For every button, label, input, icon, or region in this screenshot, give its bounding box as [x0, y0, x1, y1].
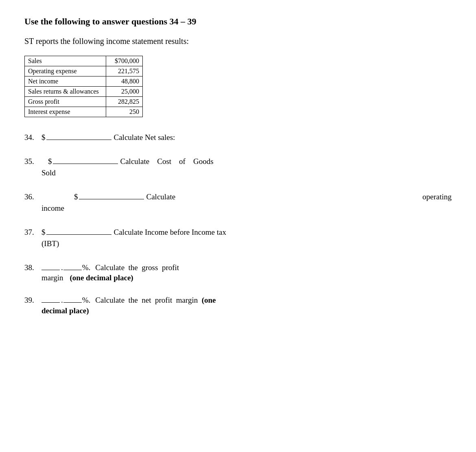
q38-text: Calculate the gross profit [95, 262, 179, 274]
q35-text: Calculate Cost of Goods [120, 156, 214, 168]
q39-percent: %. [82, 295, 91, 306]
q36-operating: operating [422, 191, 452, 203]
table-cell-label: Sales [25, 56, 106, 66]
table-row: Net income48,800 [25, 76, 143, 87]
q34-answer-blank[interactable] [46, 140, 111, 140]
table-row: Sales$700,000 [25, 56, 143, 66]
question-37: 37. $ Calculate Income before Income tax… [24, 227, 452, 250]
q38-blank1[interactable] [41, 270, 60, 270]
question-36: 36. $ Calculate operating income [24, 191, 452, 214]
q39-blank2[interactable] [63, 302, 82, 303]
q39-text: Calculate the net profit margin (one [95, 295, 216, 306]
q37-dollar: $ [41, 227, 46, 238]
q39-blank1[interactable] [41, 302, 60, 303]
questions-section: 34. $ Calculate Net sales: 35. $ Calcula… [24, 132, 452, 315]
table-cell-label: Net income [25, 76, 106, 87]
q34-text: Calculate Net sales: [114, 132, 175, 144]
table-row: Operating expense221,575 [25, 66, 143, 76]
table-row: Sales returns & allowances25,000 [25, 87, 143, 97]
q38-margin: margin [41, 273, 63, 282]
table-cell-value: 221,575 [106, 66, 143, 76]
q36-dollar: $ [74, 191, 78, 203]
question-38: 38. . %. Calculate the gross profit marg… [24, 262, 452, 283]
q38-dot1: . [61, 262, 63, 274]
question-35: 35. $ Calculate Cost of Goods Sold [24, 156, 452, 179]
table-cell-label: Gross profit [25, 97, 106, 107]
q35-indent [41, 156, 48, 168]
q39-line2: decimal place) [41, 306, 452, 315]
q39-dot1: . [61, 295, 63, 306]
q36-continuation: income [41, 203, 452, 214]
q36-answer-blank[interactable] [79, 199, 144, 199]
subtitle: ST reports the following income statemen… [24, 37, 452, 46]
table-row: Gross profit282,825 [25, 97, 143, 107]
q35-continuation: Sold [41, 167, 452, 179]
table-cell-value: 282,825 [106, 97, 143, 107]
q34-number: 34. [24, 132, 41, 144]
q36-spacer [41, 191, 74, 203]
q37-continuation: (IBT) [41, 238, 452, 250]
q38-percent: %. [82, 262, 91, 274]
table-cell-label: Sales returns & allowances [25, 87, 106, 97]
main-title: Use the following to answer questions 34… [24, 16, 452, 27]
q37-text: Calculate Income before Income tax [114, 227, 226, 238]
q38-line2: margin (one decimal place) [41, 273, 452, 282]
table-cell-value: $700,000 [106, 56, 143, 66]
table-cell-label: Interest expense [25, 107, 106, 117]
table-cell-value: 250 [106, 107, 143, 117]
q38-decimal-note: (one decimal place) [70, 273, 133, 282]
question-39: 39. . %. Calculate the net profit margin… [24, 295, 452, 315]
q35-answer-blank[interactable] [53, 164, 118, 164]
q38-number: 38. [24, 262, 41, 274]
table-cell-value: 25,000 [106, 87, 143, 97]
q36-text: Calculate [146, 191, 176, 203]
income-table: Sales$700,000Operating expense221,575Net… [24, 56, 143, 117]
q37-answer-blank[interactable] [46, 234, 111, 235]
table-row: Interest expense250 [25, 107, 143, 117]
q37-number: 37. [24, 227, 41, 238]
table-cell-label: Operating expense [25, 66, 106, 76]
q39-decimal-note: decimal place) [41, 306, 89, 315]
q35-number: 35. [24, 156, 41, 168]
q39-number: 39. [24, 295, 41, 306]
q36-number: 36. [24, 191, 41, 203]
q34-dollar: $ [41, 132, 46, 144]
table-cell-value: 48,800 [106, 76, 143, 87]
question-34: 34. $ Calculate Net sales: [24, 132, 452, 144]
q38-blank2[interactable] [63, 270, 82, 270]
q35-dollar: $ [48, 156, 52, 168]
